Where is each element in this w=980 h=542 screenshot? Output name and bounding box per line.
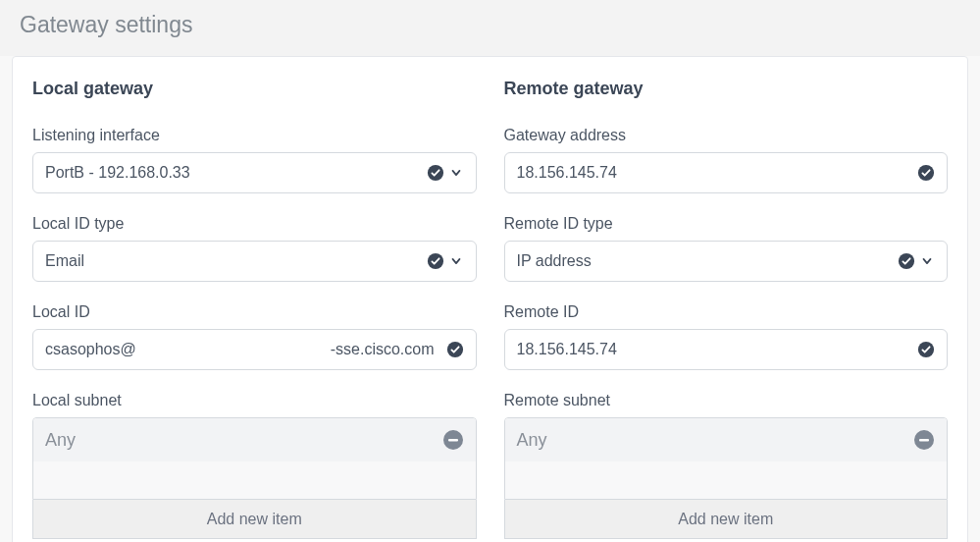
remote-id-field: Remote ID 18.156.145.74 <box>504 303 949 370</box>
remote-gateway-heading: Remote gateway <box>504 79 949 99</box>
local-id-type-label: Local ID type <box>32 215 477 233</box>
check-circle-icon <box>427 164 444 182</box>
local-subnet-spacer <box>33 461 476 499</box>
remote-subnet-field: Remote subnet Any Add new item <box>504 392 949 539</box>
chevron-down-icon <box>919 253 935 269</box>
svg-rect-4 <box>448 439 458 442</box>
gateway-address-label: Gateway address <box>504 127 949 144</box>
local-id-field: Local ID csasophos@ -sse.cisco.com <box>32 303 477 370</box>
listening-interface-field: Listening interface PortB - 192.168.0.33 <box>32 127 477 193</box>
local-subnet-label: Local subnet <box>32 392 477 409</box>
gateway-address-input[interactable]: 18.156.145.74 <box>504 152 949 193</box>
remote-id-type-field: Remote ID type IP address <box>504 215 949 282</box>
remote-id-type-label: Remote ID type <box>504 215 949 233</box>
remote-subnet-item: Any <box>505 418 948 461</box>
remote-subnet-box: Any <box>504 417 949 500</box>
listening-interface-label: Listening interface <box>32 127 477 144</box>
local-id-type-select[interactable]: Email <box>32 241 477 282</box>
remote-subnet-spacer <box>505 461 948 499</box>
remote-id-type-select[interactable]: IP address <box>504 241 949 282</box>
gateway-address-field: Gateway address 18.156.145.74 <box>504 127 949 193</box>
gateway-address-value: 18.156.145.74 <box>517 164 918 182</box>
remote-id-type-value: IP address <box>517 252 899 270</box>
page-header: Gateway settings <box>0 0 980 56</box>
check-circle-icon <box>446 341 464 358</box>
remote-id-input[interactable]: 18.156.145.74 <box>504 329 949 370</box>
local-subnet-box: Any <box>32 417 477 500</box>
gateway-columns: Local gateway Listening interface PortB … <box>32 79 948 539</box>
local-gateway-heading: Local gateway <box>32 79 477 99</box>
remove-icon[interactable] <box>442 429 464 451</box>
svg-rect-9 <box>919 439 929 442</box>
remote-subnet-add-button[interactable]: Add new item <box>504 500 949 539</box>
remote-gateway-column: Remote gateway Gateway address 18.156.14… <box>504 79 949 539</box>
check-circle-icon <box>917 341 935 358</box>
local-subnet-add-label: Add new item <box>207 511 302 528</box>
check-circle-icon <box>898 252 915 270</box>
local-id-value-right: -sse.cisco.com <box>331 341 435 358</box>
local-subnet-item: Any <box>33 418 476 461</box>
remote-subnet-label: Remote subnet <box>504 392 949 409</box>
local-gateway-column: Local gateway Listening interface PortB … <box>32 79 477 539</box>
remote-subnet-item-text: Any <box>517 430 914 451</box>
check-circle-icon <box>917 164 935 182</box>
remove-icon[interactable] <box>913 429 935 451</box>
check-circle-icon <box>427 252 444 270</box>
chevron-down-icon <box>448 253 464 269</box>
remote-id-label: Remote ID <box>504 303 949 321</box>
local-id-input[interactable]: csasophos@ -sse.cisco.com <box>32 329 477 370</box>
local-id-label: Local ID <box>32 303 477 321</box>
local-id-type-field: Local ID type Email <box>32 215 477 282</box>
page-title: Gateway settings <box>20 12 960 38</box>
local-subnet-item-text: Any <box>45 430 442 451</box>
remote-id-value: 18.156.145.74 <box>517 341 918 358</box>
local-id-type-value: Email <box>45 252 427 270</box>
local-subnet-add-button[interactable]: Add new item <box>32 500 477 539</box>
gateway-settings-panel: Local gateway Listening interface PortB … <box>12 56 968 542</box>
local-subnet-field: Local subnet Any Add new item <box>32 392 477 539</box>
local-id-value-left: csasophos@ <box>45 341 136 358</box>
remote-subnet-add-label: Add new item <box>678 511 773 528</box>
listening-interface-value: PortB - 192.168.0.33 <box>45 164 427 182</box>
chevron-down-icon <box>448 165 464 181</box>
listening-interface-select[interactable]: PortB - 192.168.0.33 <box>32 152 477 193</box>
